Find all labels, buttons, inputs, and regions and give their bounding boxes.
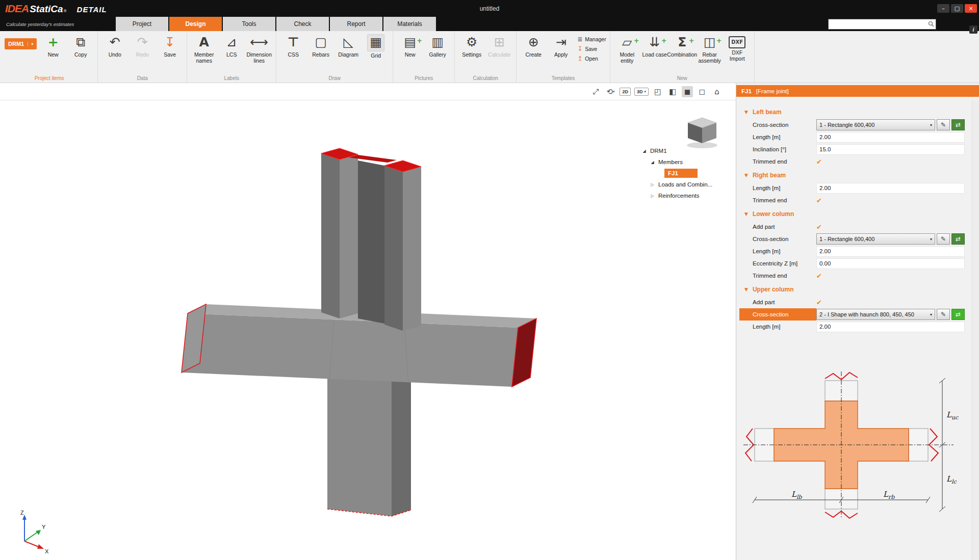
model-tree: ◢ DRM1 ◢ Members FJ1 ▷ Loads and Combin.… (640, 145, 735, 201)
upper-column-length-field[interactable]: 2.00 (816, 322, 965, 332)
section-upper-column[interactable]: ▼ Upper column (736, 283, 972, 296)
template-create-button[interactable]: ⊕ Create (520, 32, 547, 58)
collapse-triangle-icon[interactable]: ▼ (744, 287, 748, 292)
tab-check[interactable]: Check (276, 17, 329, 31)
collapse-triangle-icon[interactable]: ▼ (744, 211, 748, 217)
selected-object-id: FJ1 (741, 88, 752, 94)
navigation-cube[interactable] (679, 114, 723, 149)
checkbox-checked-icon[interactable]: ✔ (816, 299, 822, 306)
minimize-button[interactable]: – (937, 4, 949, 13)
combination-button[interactable]: Σ Combination (669, 32, 695, 58)
new-project-item-button[interactable]: + New (40, 32, 66, 58)
ribbon-group-templates: ⊕ Create ⇥ Apply ≣ Manager ↧ Save (517, 31, 610, 83)
orbit-icon[interactable]: ⟲ ▾ (605, 86, 616, 97)
search-input[interactable] (829, 20, 926, 28)
member-names-button[interactable]: A Member names (191, 32, 217, 64)
css-button[interactable]: ⊤ CSS (280, 32, 306, 58)
frame-joint-3d-model[interactable] (0, 100, 736, 560)
wireframe-view-icon[interactable]: ◻ (697, 86, 708, 97)
zoom-fit-icon[interactable]: ⤢ (590, 86, 601, 97)
home-view-icon[interactable]: ⌂ (711, 86, 723, 97)
lower-column-eccentricity-row: Eccentricity Z [m] 0.00 (736, 257, 972, 270)
left-beam-cross-section-select[interactable]: 1 - Rectangle 600,400 ▾ (816, 119, 935, 130)
tab-materials[interactable]: Materials (383, 17, 436, 31)
edit-cross-section-button[interactable]: ✎ (937, 119, 950, 130)
dxf-import-button[interactable]: DXF DXF Import (724, 32, 751, 62)
checkbox-checked-icon[interactable]: ✔ (816, 223, 822, 231)
tree-expanded-icon[interactable]: ◢ (640, 149, 648, 153)
copy-cross-section-button[interactable]: ⇄ (951, 119, 965, 130)
lcs-button[interactable]: ⊿ LCS (218, 32, 245, 58)
tree-expanded-icon[interactable]: ◢ (649, 160, 656, 165)
info-button[interactable]: i (969, 25, 977, 34)
rebars-button[interactable]: ▢ Rebars (307, 32, 334, 58)
tab-tools[interactable]: Tools (223, 17, 275, 31)
copy-project-item-button[interactable]: ⧉ Copy (67, 32, 94, 58)
new-picture-button[interactable]: ▤ New (397, 32, 423, 58)
view-2d-button[interactable]: 2D (620, 88, 631, 96)
edit-cross-section-button[interactable]: ✎ (937, 233, 950, 245)
undo-button[interactable]: ↶ Undo (101, 32, 128, 58)
viewport-3d[interactable]: ◢ DRM1 ◢ Members FJ1 ▷ Loads and Combin.… (0, 100, 736, 560)
axis-z-label: Z (20, 510, 24, 516)
view-3d-button[interactable]: 3D ▾ (634, 88, 649, 96)
rebar-assembly-button[interactable]: ◫ Rebar assembly (697, 32, 723, 64)
checkbox-checked-icon[interactable]: ✔ (816, 272, 822, 280)
left-beam-length-field[interactable]: 2.00 (816, 132, 965, 143)
upper-column-cross-section-select[interactable]: 2 - I Shape with haunch 800, 450, 450 ▾ (816, 309, 935, 320)
settings-button[interactable]: ⚙ Settings (458, 32, 485, 58)
ribbon-group-draw: ⊤ CSS ▢ Rebars ◺ Diagram ▦ Grid Draw (276, 31, 393, 83)
tree-item-reinforcements[interactable]: ▷ Reinforcements (640, 190, 735, 201)
checkbox-checked-icon[interactable]: ✔ (816, 158, 822, 166)
lower-column-cross-section-select[interactable]: 1 - Rectangle 600,400 ▾ (816, 233, 935, 245)
tree-item-members[interactable]: ◢ Members (640, 156, 735, 168)
shaded-view-icon[interactable]: ◧ (667, 86, 678, 97)
grid-button[interactable]: ▦ Grid (363, 32, 389, 59)
save-button[interactable]: ↧ Save (157, 32, 183, 58)
template-manager-button[interactable]: ≣ Manager (577, 36, 606, 43)
upper-column-length-row: Length [m] 2.00 (736, 321, 972, 333)
lower-column-eccentricity-field[interactable]: 0.00 (816, 258, 965, 269)
solid-view-icon[interactable]: ◼ (682, 86, 693, 97)
dimension-lines-button[interactable]: ⟷ Dimension lines (246, 32, 272, 64)
copy-cross-section-button[interactable]: ⇄ (951, 309, 965, 320)
tab-project[interactable]: Project (116, 17, 168, 31)
copy-cross-section-button[interactable]: ⇄ (951, 233, 965, 245)
right-beam-length-row: Length [m] 2.00 (736, 182, 972, 194)
section-right-beam[interactable]: ▼ Right beam (736, 169, 972, 182)
template-apply-button[interactable]: ⇥ Apply (548, 32, 574, 58)
titlebar: IDEA StatiCa ® DETAIL untitled – ▢ × (0, 0, 979, 17)
project-item-selector[interactable]: DRM1 ▾ (5, 38, 37, 49)
model-entity-button[interactable]: ▱ Model entity (614, 32, 640, 64)
tree-collapsed-icon[interactable]: ▷ (649, 182, 656, 187)
midbar: ⤢ ⟲ ▾ 2D 3D ▾ ◰ ◧ ◼ ◻ ⌂ FJ1 [Frame joint… (0, 83, 979, 100)
right-beam-length-field[interactable]: 2.00 (816, 183, 965, 194)
tree-item-fj1[interactable]: FJ1 (640, 168, 735, 179)
tree-item-drm1[interactable]: ◢ DRM1 (640, 145, 735, 156)
search-icon[interactable] (926, 21, 936, 27)
collapse-triangle-icon[interactable]: ▼ (744, 110, 748, 115)
section-left-beam[interactable]: ▼ Left beam (736, 105, 972, 119)
tree-item-loads-and-combinations[interactable]: ▷ Loads and Combin... (640, 179, 735, 190)
edit-cross-section-button[interactable]: ✎ (937, 309, 950, 320)
load-case-icon: ⇊ (647, 34, 663, 50)
lower-column-length-field[interactable]: 2.00 (816, 246, 965, 257)
load-case-button[interactable]: ⇊ Load case (641, 32, 668, 58)
tab-report[interactable]: Report (330, 17, 382, 31)
template-open-button[interactable]: ↥ Open (577, 55, 606, 62)
maximize-button[interactable]: ▢ (951, 4, 963, 13)
template-save-button[interactable]: ↧ Save (577, 45, 606, 52)
section-lower-column[interactable]: ▼ Lower column (736, 207, 972, 221)
logo-statica: StatiCa (30, 4, 63, 15)
diagram-button[interactable]: ◺ Diagram (335, 32, 362, 58)
close-button[interactable]: × (965, 4, 977, 13)
gallery-icon: ▥ (429, 34, 446, 50)
isometric-view-icon[interactable]: ◰ (652, 86, 663, 97)
panel-scrollbar-gutter[interactable] (972, 100, 979, 560)
gallery-button[interactable]: ▥ Gallery (424, 32, 451, 58)
tab-design[interactable]: Design (169, 17, 222, 31)
tree-collapsed-icon[interactable]: ▷ (649, 194, 656, 198)
checkbox-checked-icon[interactable]: ✔ (816, 197, 822, 204)
collapse-triangle-icon[interactable]: ▼ (744, 173, 748, 178)
left-beam-inclination-field[interactable]: 15.0 (816, 144, 965, 155)
